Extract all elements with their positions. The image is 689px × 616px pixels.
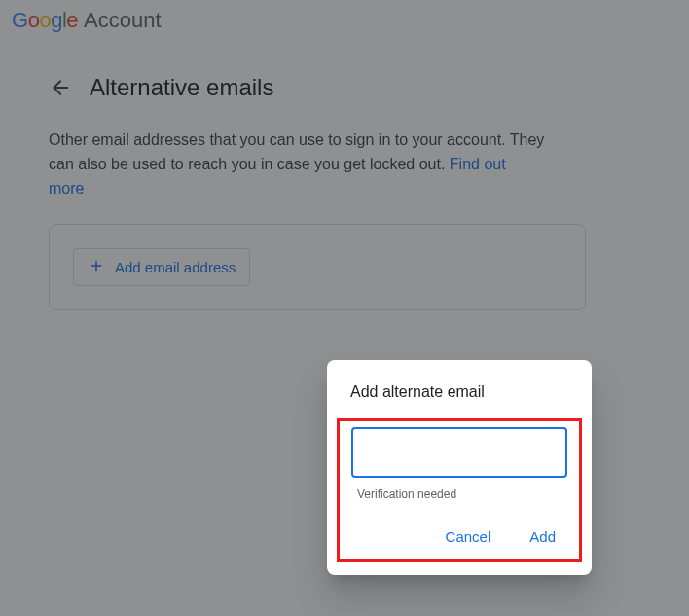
dialog-actions: Cancel Add	[351, 525, 567, 549]
verification-helper-text: Verification needed	[357, 488, 567, 501]
add-email-dialog: Add alternate email Verification needed …	[327, 360, 592, 575]
dialog-highlight-annotation: Verification needed Cancel Add	[337, 418, 582, 562]
alternate-email-input[interactable]	[351, 427, 567, 478]
dialog-title: Add alternate email	[327, 383, 592, 418]
cancel-button[interactable]: Cancel	[440, 525, 497, 549]
add-button[interactable]: Add	[524, 525, 562, 549]
